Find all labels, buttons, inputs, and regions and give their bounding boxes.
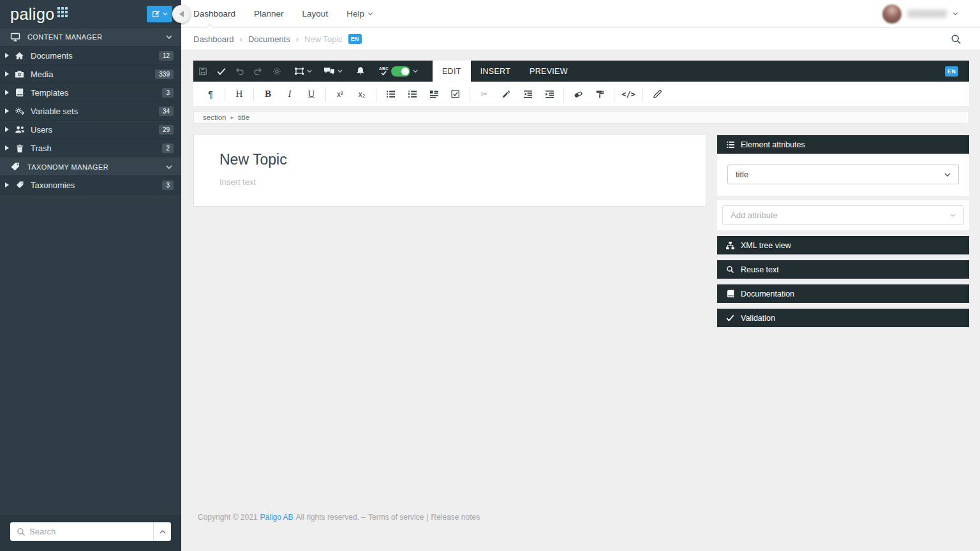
expand-caret-icon[interactable] <box>5 108 9 114</box>
panel-validation[interactable]: Validation <box>717 309 969 327</box>
comments-icon <box>323 67 335 76</box>
tab-insert[interactable]: INSERT <box>471 61 520 82</box>
chevron-up-icon[interactable] <box>153 522 171 541</box>
sidebar-collapse-button[interactable] <box>172 5 190 23</box>
add-attribute-select[interactable]: Add attribute <box>722 205 964 225</box>
nav-dashboard[interactable]: Dashboard <box>193 9 235 18</box>
chevron-down-icon[interactable] <box>166 35 172 39</box>
sidebar-logo-row: paligo <box>0 0 181 28</box>
breadcrumb-dashboard[interactable]: Dashboard <box>193 34 234 44</box>
indent-button[interactable] <box>538 82 560 107</box>
spellcheck-icon[interactable]: ABC <box>379 67 389 76</box>
document-body-placeholder[interactable]: Insert text <box>219 177 680 187</box>
add-attribute-placeholder: Add attribute <box>731 210 778 220</box>
toolbar-divider <box>470 87 470 101</box>
nav-planner[interactable]: Planner <box>254 9 284 18</box>
count-badge: 3 <box>162 180 174 190</box>
check-icon <box>725 314 735 321</box>
expand-caret-icon[interactable] <box>5 182 9 187</box>
breadcrumb-current: New Topic <box>304 34 343 44</box>
paligo-logo[interactable]: paligo <box>10 4 68 24</box>
chevron-down-icon <box>413 70 418 73</box>
editor-language-badge[interactable]: EN <box>945 66 958 77</box>
sidebar-item-trash[interactable]: Trash 2 <box>0 139 181 158</box>
underline-button[interactable]: U <box>301 82 322 107</box>
numbered-list-button[interactable] <box>401 82 423 107</box>
home-icon <box>14 52 25 60</box>
tab-preview[interactable]: PREVIEW <box>520 61 577 82</box>
settings-gear-icon[interactable] <box>267 61 286 82</box>
sidebar-item-media[interactable]: Media 339 <box>0 65 181 84</box>
panel-documentation[interactable]: Documentation <box>717 284 969 303</box>
expand-caret-icon[interactable] <box>5 90 9 95</box>
fit-screen-button[interactable] <box>288 61 318 82</box>
toolbar-divider <box>642 87 643 101</box>
notifications-bell-icon[interactable] <box>351 61 369 82</box>
document-title-editable[interactable]: New Topic <box>219 151 680 168</box>
language-badge: EN <box>348 34 362 44</box>
spellcheck-toggle-on[interactable] <box>391 66 410 77</box>
editor-toolbar: ABC EDIT INSERT PREVIEW EN <box>193 61 969 82</box>
create-document-button[interactable] <box>147 6 172 22</box>
top-navbar: Dashboard Planner Layout Help <box>181 0 980 28</box>
terms-of-service-link[interactable]: Terms of service <box>368 513 424 522</box>
keycap-pill-button[interactable] <box>567 82 589 107</box>
expand-caret-icon[interactable] <box>5 127 9 132</box>
definition-list-button[interactable] <box>423 82 445 107</box>
release-notes-link[interactable]: Release notes <box>431 513 480 522</box>
expand-caret-icon[interactable] <box>5 71 9 77</box>
breadcrumb: Dashboard › Documents › New Topic EN <box>181 28 980 50</box>
sidebar-item-users[interactable]: Users 29 <box>0 121 181 139</box>
search-icon[interactable] <box>951 34 961 45</box>
redo-button[interactable] <box>249 61 267 82</box>
paragraph-button[interactable]: ¶ <box>200 82 221 107</box>
breadcrumb-documents[interactable]: Documents <box>248 34 290 44</box>
sidebar-item-variable-sets[interactable]: Variable sets 34 <box>0 102 181 121</box>
subscript-button[interactable]: x₂ <box>351 82 373 107</box>
spellcheck-control: ABC <box>373 61 424 82</box>
tab-edit[interactable]: EDIT <box>433 61 471 82</box>
superscript-button[interactable]: x² <box>329 82 351 107</box>
validate-check-button[interactable] <box>212 61 230 82</box>
panel-title: Documentation <box>741 290 794 298</box>
sidebar-section-label: TAXONOMY MANAGER <box>27 163 108 171</box>
undo-button[interactable] <box>230 61 249 82</box>
expand-caret-icon[interactable] <box>5 53 9 58</box>
panel-xml-tree-view[interactable]: XML tree view <box>717 236 969 254</box>
edit-pencil-button[interactable] <box>646 82 668 107</box>
outdent-button[interactable] <box>517 82 538 107</box>
chevron-down-icon[interactable] <box>166 165 172 169</box>
element-select[interactable]: title <box>727 165 959 184</box>
italic-button[interactable]: I <box>279 82 301 107</box>
gears-icon <box>14 107 25 115</box>
path-element-title[interactable]: title <box>238 114 249 121</box>
paligo-ab-link[interactable]: Paligo AB <box>260 513 293 522</box>
sidebar-item-templates[interactable]: Templates 3 <box>0 84 181 102</box>
sidebar-item-documents[interactable]: Documents 12 <box>0 47 181 65</box>
eyedropper-button[interactable] <box>495 82 517 107</box>
bold-button[interactable]: B <box>257 82 279 107</box>
comments-button[interactable] <box>318 61 348 82</box>
nav-layout[interactable]: Layout <box>302 9 329 18</box>
expand-caret-icon[interactable] <box>5 145 9 151</box>
cut-scissors-button[interactable]: ✂ <box>473 82 495 107</box>
checklist-button[interactable] <box>445 82 466 107</box>
bullet-list-button[interactable] <box>380 82 401 107</box>
sidebar-search-area <box>0 515 181 551</box>
user-menu[interactable] <box>882 4 980 24</box>
save-button[interactable] <box>193 61 212 82</box>
nav-help[interactable]: Help <box>346 9 373 18</box>
path-element-section[interactable]: section <box>203 114 226 121</box>
sidebar-spacer <box>0 195 181 515</box>
code-view-button[interactable]: </> <box>618 82 639 107</box>
copyright-text: Copyright © 2021 <box>198 513 258 522</box>
book-icon <box>725 290 735 298</box>
paint-roller-button[interactable] <box>589 82 611 107</box>
sidebar-section-taxonomy-manager[interactable]: TAXONOMY MANAGER <box>0 158 181 176</box>
sidebar-item-taxonomies[interactable]: Taxonomies 3 <box>0 176 181 195</box>
heading-button[interactable]: H <box>228 82 250 107</box>
sidebar-search-input[interactable] <box>29 522 153 541</box>
sidebar-section-content-manager[interactable]: CONTENT MANAGER <box>0 28 181 47</box>
panel-reuse-text[interactable]: Reuse text <box>717 260 969 279</box>
panel-element-attributes[interactable]: Element attributes <box>717 135 969 154</box>
